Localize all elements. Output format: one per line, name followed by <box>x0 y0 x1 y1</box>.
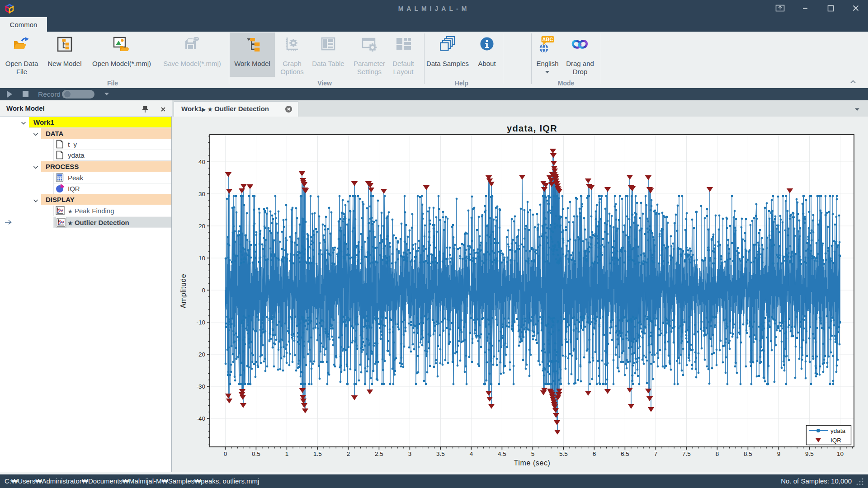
svg-text:8.5: 8.5 <box>744 450 752 457</box>
svg-text:9.5: 9.5 <box>805 450 814 457</box>
svg-text:3: 3 <box>408 450 412 457</box>
svg-text:ydata, IQR: ydata, IQR <box>507 123 557 133</box>
svg-text:2.5: 2.5 <box>375 450 383 457</box>
svg-text:IQR: IQR <box>830 437 841 444</box>
svg-text:7: 7 <box>654 450 658 457</box>
svg-text:10: 10 <box>198 255 205 262</box>
svg-text:4.5: 4.5 <box>498 450 506 457</box>
svg-text:1.5: 1.5 <box>313 450 322 457</box>
svg-text:6.5: 6.5 <box>621 450 629 457</box>
svg-text:Time (sec): Time (sec) <box>514 459 551 467</box>
svg-text:0.5: 0.5 <box>252 450 260 457</box>
svg-text:0: 0 <box>202 287 205 294</box>
svg-text:-20: -20 <box>196 351 205 358</box>
svg-text:2: 2 <box>347 450 350 457</box>
svg-text:9: 9 <box>777 450 781 457</box>
svg-text:Amplitude: Amplitude <box>179 274 187 309</box>
svg-text:40: 40 <box>198 159 205 165</box>
svg-text:ydata: ydata <box>830 427 846 434</box>
svg-text:-10: -10 <box>196 319 205 326</box>
svg-text:4: 4 <box>470 450 473 457</box>
svg-text:20: 20 <box>198 223 205 230</box>
svg-text:Record: Record <box>38 90 61 98</box>
svg-text:6: 6 <box>593 450 596 457</box>
svg-text:-30: -30 <box>196 383 205 390</box>
svg-text:3.5: 3.5 <box>436 450 445 457</box>
svg-text:1: 1 <box>285 450 289 457</box>
svg-text:5.5: 5.5 <box>559 450 568 457</box>
svg-text:-40: -40 <box>196 415 205 422</box>
svg-text:30: 30 <box>198 191 205 197</box>
svg-text:0: 0 <box>224 450 227 457</box>
svg-text:8: 8 <box>716 450 719 457</box>
svg-text:10: 10 <box>837 450 844 457</box>
svg-text:7.5: 7.5 <box>682 450 691 457</box>
svg-text:5: 5 <box>531 450 535 457</box>
svg-text:ABC: ABC <box>542 37 553 42</box>
